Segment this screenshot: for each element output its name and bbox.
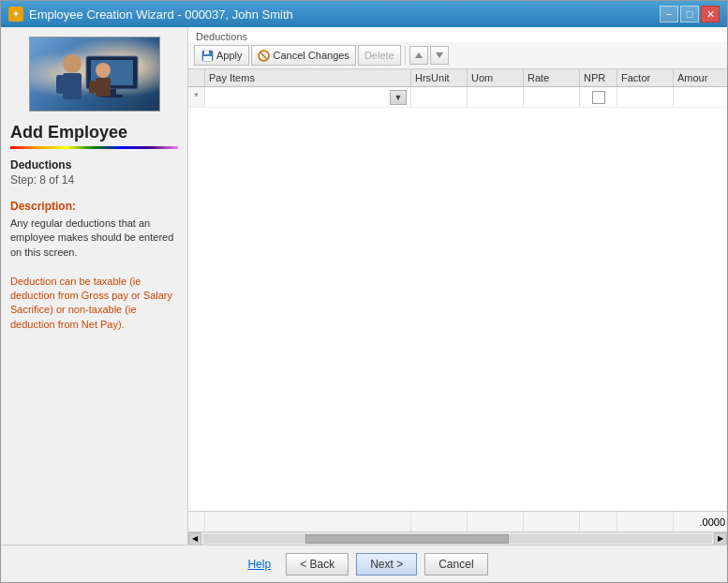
svg-rect-6 (56, 75, 64, 94)
amount-cell[interactable] (674, 87, 727, 107)
minimize-button[interactable]: − (660, 6, 678, 22)
header-npr: NPR (580, 69, 617, 86)
npr-checkbox[interactable] (592, 91, 605, 104)
content-area: Add Employee Deductions Step: 8 of 14 De… (1, 27, 727, 545)
total-hrsunit (411, 512, 468, 531)
right-panel: Deductions Apply (188, 27, 727, 545)
svg-rect-14 (203, 56, 212, 61)
section-header-label: Deductions (188, 27, 727, 42)
footer: Help < Back Next > Cancel (1, 545, 727, 582)
maximize-button[interactable]: □ (680, 6, 699, 22)
move-down-button[interactable] (430, 46, 449, 65)
step-info: Step: 8 of 14 (10, 173, 178, 187)
title-bar: ✦ Employee Creation Wizard - 000037, Joh… (1, 1, 727, 27)
back-button[interactable]: < Back (286, 553, 349, 576)
total-factor (617, 512, 674, 531)
npr-cell[interactable] (580, 87, 617, 107)
description-label: Description: (10, 200, 178, 213)
hrsunit-cell[interactable] (411, 87, 468, 107)
description-body: Any regular deductions that an employee … (10, 217, 178, 332)
header-rate: Rate (524, 69, 580, 86)
svg-line-16 (261, 52, 267, 58)
help-link[interactable]: Help (240, 554, 278, 575)
svg-rect-7 (74, 75, 82, 94)
total-row: .0000 (188, 511, 727, 531)
window-controls: − □ ✕ (660, 6, 720, 22)
uom-input[interactable] (471, 92, 519, 103)
amount-input[interactable] (677, 92, 725, 103)
header-factor: Factor (617, 69, 674, 86)
total-pay-items (205, 512, 411, 531)
scrollbar-thumb[interactable] (305, 534, 509, 544)
grid-header: Pay Items HrsUnit Uom Rate NPR (188, 69, 727, 87)
pay-items-input[interactable] (209, 92, 390, 103)
svg-rect-10 (89, 81, 96, 94)
cancel-icon (258, 49, 271, 62)
header-pay-items: Pay Items (205, 69, 411, 86)
left-panel: Add Employee Deductions Step: 8 of 14 De… (1, 27, 188, 545)
uom-cell[interactable] (468, 87, 524, 107)
apply-label: Apply (216, 50, 243, 61)
main-window: ✦ Employee Creation Wizard - 000037, Joh… (0, 0, 728, 583)
pay-items-dropdown-button[interactable]: ▼ (390, 90, 407, 105)
cancel-changes-label: Cancel Changes (274, 50, 349, 61)
employee-photo (29, 37, 160, 112)
total-amount: .0000 (674, 512, 727, 531)
cancel-changes-button[interactable]: Cancel Changes (251, 45, 356, 66)
window-title: Employee Creation Wizard - 000037, John … (29, 7, 293, 22)
grid-body: * ▼ (188, 87, 727, 511)
close-button[interactable]: ✕ (701, 6, 720, 22)
toolbar: Apply Cancel Changes Delete (188, 42, 727, 69)
header-hrsunit: HrsUnit (411, 69, 468, 86)
add-employee-title: Add Employee (10, 123, 178, 142)
svg-marker-17 (415, 52, 423, 58)
section-name: Deductions (10, 158, 178, 172)
svg-rect-13 (204, 51, 209, 54)
svg-marker-18 (436, 52, 443, 58)
svg-rect-11 (103, 79, 110, 92)
header-uom: Uom (468, 69, 524, 86)
factor-cell[interactable] (617, 87, 674, 107)
total-uom (468, 512, 524, 531)
header-amount: Amour (674, 69, 727, 86)
pay-items-cell[interactable]: ▼ (205, 87, 411, 107)
delete-button[interactable]: Delete (358, 45, 401, 66)
total-npr (580, 512, 617, 531)
rainbow-divider (10, 146, 178, 149)
new-row-indicator: * (188, 87, 205, 107)
horizontal-scrollbar: ◀ ▶ (188, 531, 727, 545)
delete-label: Delete (364, 50, 394, 61)
rate-cell[interactable] (524, 87, 580, 107)
move-up-button[interactable] (409, 46, 428, 65)
total-rate (524, 512, 580, 531)
total-indicator (188, 512, 205, 531)
scroll-right-button[interactable]: ▶ (714, 532, 727, 546)
svg-point-8 (96, 63, 111, 78)
apply-button[interactable]: Apply (194, 45, 249, 66)
next-button[interactable]: Next > (356, 553, 417, 576)
svg-point-4 (63, 54, 82, 73)
app-icon: ✦ (8, 7, 23, 22)
cancel-button[interactable]: Cancel (424, 553, 487, 576)
save-icon (201, 49, 214, 62)
table-row: * ▼ (188, 87, 727, 108)
factor-input[interactable] (621, 92, 669, 103)
header-indicator (188, 69, 205, 86)
scroll-left-button[interactable]: ◀ (188, 532, 201, 546)
deductions-grid: Pay Items HrsUnit Uom Rate NPR (188, 69, 727, 545)
hrsunit-input[interactable] (415, 92, 463, 103)
toolbar-separator (405, 46, 406, 65)
scrollbar-track[interactable] (203, 534, 712, 544)
rate-input[interactable] (527, 92, 575, 103)
